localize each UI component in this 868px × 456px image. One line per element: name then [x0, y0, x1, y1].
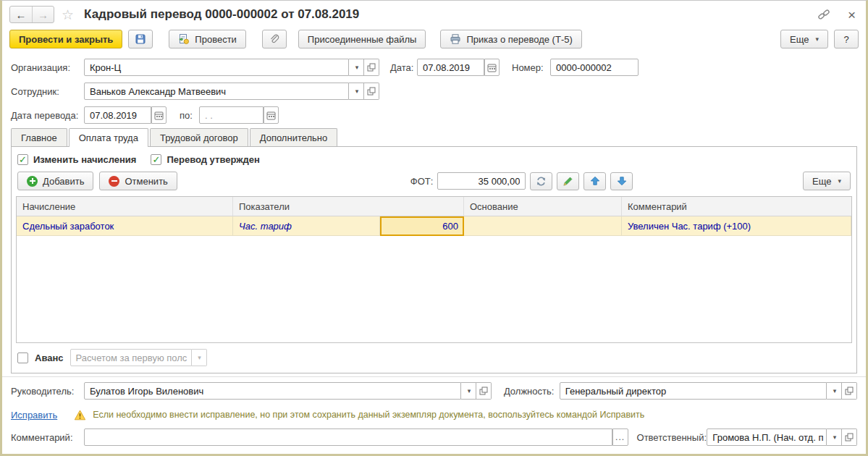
column-header-basis[interactable]: Основание: [464, 197, 622, 216]
manager-dropdown-button[interactable]: ▾: [461, 382, 476, 400]
paperclip-button[interactable]: [262, 30, 287, 48]
position-input[interactable]: Генеральный директор: [560, 382, 827, 400]
responsible-open-button[interactable]: [842, 428, 857, 446]
responsible-dropdown-button[interactable]: ▾: [827, 428, 842, 446]
fot-input[interactable]: [437, 172, 526, 190]
organization-input[interactable]: Крон-Ц: [84, 59, 349, 76]
help-label: ?: [843, 34, 848, 45]
add-row-button[interactable]: Добавить: [17, 172, 93, 190]
responsible-input[interactable]: Громова Н.П. (Нач. отд. п: [707, 428, 827, 446]
pencil-icon: [562, 176, 573, 187]
back-button[interactable]: ←: [10, 7, 32, 22]
tab-main[interactable]: Главное: [11, 128, 67, 146]
transfer-to-calendar-button[interactable]: [264, 106, 279, 124]
transfer-date-calendar-button[interactable]: [151, 106, 167, 124]
transfer-approved-checkbox[interactable]: ✓ Перевод утвержден: [151, 154, 259, 165]
advance-dropdown-button[interactable]: ▾: [192, 349, 207, 366]
arrow-down-icon: [617, 176, 627, 186]
comment-input[interactable]: [84, 428, 612, 446]
close-icon[interactable]: ×: [848, 8, 856, 22]
tab-bar: Главное Оплата труда Трудовой договор До…: [2, 128, 866, 146]
organization-open-button[interactable]: [364, 59, 379, 76]
date-label: Дата:: [390, 62, 417, 73]
cell-value-selected[interactable]: 600: [380, 216, 464, 236]
print-transfer-order-button[interactable]: Приказ о переводе (Т-5): [440, 30, 581, 48]
checkbox-row: ✓ Изменить начисления ✓ Перевод утвержде…: [16, 153, 852, 172]
recalculate-button[interactable]: [530, 172, 552, 190]
table-command-bar: Добавить Отменить ФОТ:: [16, 172, 852, 196]
salary-tab-panel: ✓ Изменить начисления ✓ Перевод утвержде…: [11, 146, 857, 373]
post-label: Провести: [195, 34, 237, 45]
attached-files-button[interactable]: Присоединенные файлы: [298, 30, 426, 48]
toolbar: Провести и закрыть: [2, 28, 866, 54]
tab-salary[interactable]: Оплата труда: [69, 128, 148, 147]
chevron-down-icon: ▾: [198, 354, 201, 361]
date-calendar-button[interactable]: [484, 59, 500, 76]
column-header-comment[interactable]: Комментарий: [622, 197, 851, 216]
number-label: Номер:: [512, 62, 550, 73]
cell-accrual[interactable]: Сдельный заработок: [17, 216, 233, 236]
save-button[interactable]: [128, 30, 153, 48]
header-fields: Организация: Крон-Ц ▾ Дата: Номер: Сотру…: [2, 54, 866, 124]
employee-dropdown-button[interactable]: ▾: [349, 83, 364, 100]
add-plus-icon: [27, 176, 38, 187]
move-up-button[interactable]: [583, 172, 606, 190]
comment-expand-button[interactable]: ...: [612, 428, 628, 446]
tab-contract[interactable]: Трудовой договор: [150, 128, 248, 146]
fot-group: ФОТ:: [410, 172, 633, 190]
cell-indicator[interactable]: Час. тариф: [233, 216, 380, 236]
transfer-date-label: Дата перевода:: [11, 110, 84, 121]
arrow-up-icon: [590, 176, 600, 186]
footer: Руководитель: Булатов Игорь Виленович ▾ …: [2, 382, 866, 446]
transfer-approved-label: Перевод утвержден: [167, 154, 259, 165]
favorite-star-icon[interactable]: ☆: [62, 8, 74, 22]
change-accruals-checkbox[interactable]: ✓ Изменить начисления: [17, 154, 136, 165]
column-header-indicators[interactable]: Показатели: [233, 197, 464, 216]
manager-input[interactable]: Булатов Игорь Виленович: [84, 382, 461, 400]
help-button[interactable]: ?: [834, 30, 859, 48]
transfer-date-input[interactable]: [84, 106, 151, 124]
fix-link[interactable]: Исправить: [11, 410, 57, 421]
advance-checkbox[interactable]: [17, 352, 28, 363]
employee-label: Сотрудник:: [11, 86, 84, 97]
checkbox-checked-icon: ✓: [151, 154, 161, 165]
forward-button[interactable]: →: [32, 7, 54, 22]
date-input[interactable]: [417, 59, 484, 76]
position-dropdown-button[interactable]: ▾: [827, 382, 842, 400]
get-link-icon[interactable]: [817, 8, 830, 21]
cancel-label: Отменить: [125, 176, 167, 187]
column-header-accrual[interactable]: Начисление: [17, 197, 233, 216]
manager-open-button[interactable]: [476, 382, 492, 400]
chevron-down-icon: ▾: [833, 434, 837, 441]
edit-pencil-button[interactable]: [557, 172, 579, 190]
open-form-icon: [845, 433, 854, 442]
manager-label: Руководитель:: [11, 386, 84, 397]
open-form-icon: [479, 387, 488, 395]
open-form-icon: [845, 387, 854, 395]
calendar-icon: [266, 111, 276, 120]
change-accruals-label: Изменить начисления: [33, 154, 136, 165]
tab-additional[interactable]: Дополнительно: [250, 128, 338, 146]
cell-basis[interactable]: [464, 216, 622, 236]
advance-row: Аванс Расчетом за первую полс ▾: [16, 343, 852, 366]
organization-dropdown-button[interactable]: ▾: [349, 59, 364, 76]
transfer-to-input[interactable]: [199, 106, 264, 124]
employee-open-button[interactable]: [364, 83, 379, 100]
fix-hint-text: Если необходимо внести исправление, но п…: [93, 410, 644, 420]
advance-method-input[interactable]: Расчетом за первую полс: [70, 349, 192, 366]
table-more-button[interactable]: Еще▾: [803, 172, 851, 190]
chevron-down-icon: ▾: [833, 387, 837, 394]
employee-input[interactable]: Ваньков Александр Матвеевич: [84, 83, 349, 100]
cancel-row-button[interactable]: Отменить: [99, 172, 177, 190]
position-open-button[interactable]: [842, 382, 857, 400]
comment-row: Комментарий: ... Ответственный: Громова …: [11, 428, 857, 446]
toolbar-more-button[interactable]: Еще▾: [780, 30, 828, 48]
number-input[interactable]: [550, 59, 639, 76]
post-button[interactable]: Провести: [169, 30, 246, 48]
checkbox-checked-icon: ✓: [17, 154, 28, 165]
cell-comment[interactable]: Увеличен Час. тариф (+100): [622, 216, 851, 236]
footer-separator: [2, 376, 866, 377]
move-down-button[interactable]: [610, 172, 633, 190]
post-and-close-button[interactable]: Провести и закрыть: [9, 30, 122, 48]
save-floppy-icon: [135, 33, 146, 45]
